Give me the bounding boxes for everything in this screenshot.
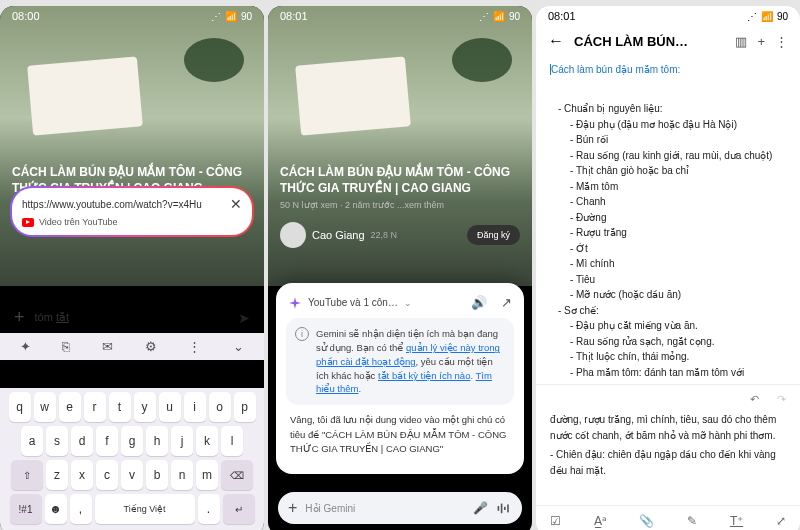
font-icon[interactable]: T⁺ bbox=[730, 514, 743, 528]
key[interactable]: j bbox=[171, 426, 193, 456]
key[interactable]: y bbox=[134, 392, 156, 422]
key[interactable]: ☻ bbox=[45, 494, 67, 524]
key[interactable]: l bbox=[221, 426, 243, 456]
draw-icon[interactable]: ✎ bbox=[687, 514, 697, 528]
send-icon[interactable]: ➤ bbox=[238, 310, 250, 326]
key[interactable]: h bbox=[146, 426, 168, 456]
attach-icon[interactable]: 📎 bbox=[639, 514, 654, 528]
wifi-icon: ⋰ bbox=[747, 11, 757, 22]
battery-pct: 90 bbox=[241, 11, 252, 22]
key[interactable]: p bbox=[234, 392, 256, 422]
url-text[interactable]: https://www.youtube.com/watch?v=x4Hu bbox=[22, 199, 224, 210]
open-icon[interactable]: ↗ bbox=[501, 295, 512, 310]
close-icon[interactable]: ✕ bbox=[230, 196, 242, 212]
gemini-input-row: + tóm tắt ➤ bbox=[14, 307, 250, 328]
plus-icon[interactable]: + bbox=[14, 307, 25, 328]
gemini-response: Vâng, tôi đã lưu nội dung video vào một … bbox=[286, 405, 514, 464]
back-icon[interactable]: ← bbox=[548, 32, 564, 50]
key[interactable]: r bbox=[84, 392, 106, 422]
plus-icon[interactable]: + bbox=[288, 499, 297, 517]
list-item: Đậu phụ (đậu mơ hoặc đậu Hà Nội) bbox=[570, 117, 786, 133]
gemini-input[interactable]: + Hỏi Gemini 🎤 bbox=[278, 492, 522, 524]
kb-tool[interactable]: ✦ bbox=[20, 339, 31, 354]
disable-link[interactable]: tắt bất kỳ tiện ích nào bbox=[378, 370, 470, 381]
url-chip: https://www.youtube.com/watch?v=x4Hu ✕ V… bbox=[10, 186, 254, 237]
status-bar: 08:01 ⋰📶90 bbox=[268, 6, 532, 24]
video-title[interactable]: CÁCH LÀM BÚN ĐẬU MẮM TÔM - CÔNG THỨC GIA… bbox=[268, 164, 532, 196]
key[interactable]: o bbox=[209, 392, 231, 422]
add-icon[interactable]: + bbox=[757, 34, 765, 49]
live-icon[interactable] bbox=[496, 501, 512, 515]
list-item: Mì chính bbox=[570, 256, 786, 272]
gemini-icon bbox=[288, 296, 302, 310]
key[interactable]: v bbox=[121, 460, 143, 490]
key[interactable]: Tiếng Việt bbox=[95, 494, 195, 524]
key[interactable]: , bbox=[70, 494, 92, 524]
kb-toolbar: ✦ ⎘ ✉ ⚙ ⋮ ⌄ bbox=[0, 333, 264, 360]
menu-icon[interactable]: ⋮ bbox=[775, 34, 788, 49]
chevron-down-icon[interactable]: ⌄ bbox=[404, 298, 412, 308]
key[interactable]: u bbox=[159, 392, 181, 422]
signal-icon: 📶 bbox=[493, 11, 505, 22]
kb-tool[interactable]: ⎘ bbox=[62, 339, 70, 354]
list-item: Đường bbox=[570, 210, 786, 226]
status-time: 08:01 bbox=[280, 10, 308, 22]
mic-icon[interactable]: 🎤 bbox=[473, 501, 488, 515]
kb-tool[interactable]: ⌄ bbox=[233, 339, 244, 354]
youtube-icon bbox=[22, 218, 34, 227]
signal-icon: 📶 bbox=[225, 11, 237, 22]
note-title[interactable]: CÁCH LÀM BÚN… bbox=[574, 34, 725, 49]
kb-tool[interactable]: ⚙ bbox=[145, 339, 157, 354]
key[interactable]: ↵ bbox=[223, 494, 255, 524]
key[interactable]: f bbox=[96, 426, 118, 456]
note-body[interactable]: Cách làm bún đậu mắm tôm: Chuẩn bị nguyê… bbox=[536, 58, 800, 505]
key[interactable]: s bbox=[46, 426, 68, 456]
kb-tool[interactable]: ✉ bbox=[102, 339, 113, 354]
expand-icon[interactable]: ⤢ bbox=[776, 514, 786, 528]
list-item: Rau sống rửa sạch, ngắt cọng. bbox=[570, 334, 786, 350]
key[interactable]: d bbox=[71, 426, 93, 456]
key[interactable]: g bbox=[121, 426, 143, 456]
key[interactable]: c bbox=[96, 460, 118, 490]
key[interactable]: e bbox=[59, 392, 81, 422]
status-time: 08:01 bbox=[548, 10, 576, 22]
book-icon[interactable]: ▥ bbox=[735, 34, 747, 49]
redo-icon[interactable]: ↷ bbox=[777, 391, 786, 408]
subscribe-button[interactable]: Đăng ký bbox=[467, 225, 520, 245]
youtube-chip[interactable]: Video trên YouTube bbox=[22, 217, 242, 227]
wifi-icon: ⋰ bbox=[479, 11, 489, 22]
svg-rect-1 bbox=[501, 504, 503, 514]
key[interactable]: ⌫ bbox=[221, 460, 253, 490]
key[interactable]: w bbox=[34, 392, 56, 422]
key[interactable]: i bbox=[184, 392, 206, 422]
battery-pct: 90 bbox=[509, 11, 520, 22]
video-meta[interactable]: 50 N lượt xem · 2 năm trước ...xem thêm bbox=[268, 196, 532, 214]
kb-tool[interactable]: ⋮ bbox=[188, 339, 201, 354]
screen-2: 08:01 ⋰📶90 CÁCH LÀM BÚN ĐẬU MẮM TÔM - CÔ… bbox=[268, 6, 532, 530]
key[interactable]: x bbox=[71, 460, 93, 490]
undo-icon[interactable]: ↶ bbox=[750, 391, 759, 408]
list-item: Mắm tôm bbox=[570, 179, 786, 195]
volume-icon[interactable]: 🔊 bbox=[471, 295, 487, 310]
key[interactable]: ⇧ bbox=[11, 460, 43, 490]
checkbox-icon[interactable]: ☑ bbox=[550, 514, 561, 528]
channel-row: Cao Giang22,8 N Đăng ký bbox=[268, 214, 532, 256]
list-item: Rau sống (rau kinh giới, rau mùi, dưa ch… bbox=[570, 148, 786, 164]
list-item: Đậu phụ cắt miếng vừa ăn. bbox=[570, 318, 786, 334]
key[interactable]: b bbox=[146, 460, 168, 490]
key[interactable]: k bbox=[196, 426, 218, 456]
list-item: Bún rối bbox=[570, 132, 786, 148]
key[interactable]: q bbox=[9, 392, 31, 422]
key[interactable]: . bbox=[198, 494, 220, 524]
key[interactable]: n bbox=[171, 460, 193, 490]
channel-link[interactable]: Cao Giang22,8 N bbox=[280, 222, 397, 248]
key[interactable]: t bbox=[109, 392, 131, 422]
note-header: ← CÁCH LÀM BÚN… ▥ + ⋮ bbox=[536, 24, 800, 58]
key[interactable]: m bbox=[196, 460, 218, 490]
key[interactable]: z bbox=[46, 460, 68, 490]
key[interactable]: !#1 bbox=[10, 494, 42, 524]
key[interactable]: a bbox=[21, 426, 43, 456]
keyboard: qwertyuiop asdfghjkl ⇧zxcvbnm⌫ !#1☻,Tiến… bbox=[0, 388, 264, 530]
input-text[interactable]: tóm tắt bbox=[35, 311, 228, 324]
text-format-icon[interactable]: A̲ᵃ bbox=[594, 514, 607, 528]
